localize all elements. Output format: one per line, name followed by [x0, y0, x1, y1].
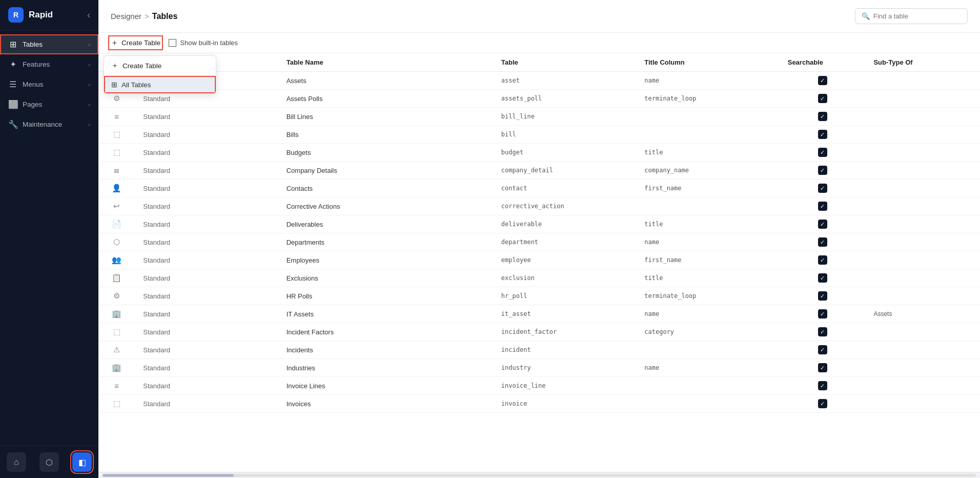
sidebar-item-menus[interactable]: ☰ Menus › [0, 74, 98, 94]
row-title-col [636, 341, 779, 359]
row-icon-cell: ⚠ [98, 341, 135, 359]
main-content: Designer > Tables 🔍 ＋ Create Table Show … [98, 0, 980, 478]
row-name[interactable]: Invoices [278, 395, 493, 413]
row-name[interactable]: Invoice Lines [278, 377, 493, 395]
row-name[interactable]: IT Assets [278, 305, 493, 323]
row-name[interactable]: Exclusions [278, 269, 493, 287]
table-row[interactable]: 👥StandardEmployeesemployeefirst_name✓ [98, 251, 980, 269]
sidebar-item-maintenance[interactable]: 🔧 Maintenance › [0, 114, 98, 134]
table-row[interactable]: ⬚StandardIncident Factorsincident_factor… [98, 323, 980, 341]
row-name[interactable]: Corrective Actions [278, 197, 493, 215]
col-header-subtype[interactable]: Sub-Type Of [865, 53, 980, 72]
sidebar-item-features[interactable]: ✦ Features › [0, 54, 98, 74]
table-row[interactable]: ↩StandardCorrective Actionscorrective_ac… [98, 197, 980, 215]
dropdown-header: ＋ Create Table [104, 56, 216, 76]
table-row[interactable]: ≡StandardBill Linesbill_line✓ [98, 108, 980, 126]
col-header-title-col[interactable]: Title Column [636, 53, 779, 72]
row-table-id: department [493, 233, 636, 251]
row-subtype [865, 144, 980, 162]
table-row[interactable]: 🏢StandardIT Assetsit_assetname✓Assets [98, 305, 980, 323]
table-row[interactable]: ≡StandardInvoice Linesinvoice_line✓ [98, 377, 980, 395]
row-type: Standard [135, 162, 278, 180]
row-subtype [865, 180, 980, 197]
table-row[interactable]: 👤StandardContactscontactfirst_name✓ [98, 180, 980, 197]
col-header-table[interactable]: Table [493, 53, 636, 72]
table-row[interactable]: ⬚StandardBillsbill✓ [98, 126, 980, 144]
dropdown-all-tables[interactable]: ⊞ All Tables ▶ [104, 76, 216, 93]
row-type: Standard [135, 126, 278, 144]
row-subtype [865, 162, 980, 180]
row-name[interactable]: Industries [278, 359, 493, 377]
row-name[interactable]: Company Details [278, 162, 493, 180]
searchable-checkbox-checked: ✓ [818, 94, 827, 103]
find-table-input[interactable] [873, 12, 961, 20]
table-row[interactable]: ⚙StandardHR Pollshr_pollterminate_loop✓ [98, 287, 980, 305]
designer-button[interactable]: ◧ [72, 452, 92, 472]
row-searchable: ✓ [780, 341, 866, 359]
row-name[interactable]: HR Polls [278, 287, 493, 305]
row-name[interactable]: Bill Lines [278, 108, 493, 126]
table-row[interactable]: ⬚StandardInvoicesinvoice✓ [98, 395, 980, 413]
sidebar-item-pages[interactable]: ⬜ Pages › [0, 94, 98, 114]
maintenance-icon: 🔧 [8, 120, 17, 129]
row-name[interactable]: Contacts [278, 180, 493, 197]
row-name[interactable]: Incident Factors [278, 323, 493, 341]
create-table-dropdown: ＋ Create Table ⊞ All Tables ▶ [104, 55, 216, 94]
row-name[interactable]: Bills [278, 126, 493, 144]
row-name[interactable]: Departments [278, 233, 493, 251]
row-name[interactable]: Incidents [278, 341, 493, 359]
show-built-in-checkbox[interactable] [169, 39, 176, 47]
row-searchable: ✓ [780, 72, 866, 90]
scroll-thumb[interactable] [103, 474, 234, 477]
home-button[interactable]: ⌂ [7, 452, 26, 472]
breadcrumb-designer[interactable]: Designer [111, 12, 141, 21]
features-icon: ✦ [8, 59, 17, 69]
col-header-searchable[interactable]: Searchable [780, 53, 866, 72]
searchable-checkbox-checked: ✓ [818, 381, 827, 390]
row-subtype [865, 108, 980, 126]
row-name[interactable]: Employees [278, 251, 493, 269]
row-name[interactable]: Assets Polls [278, 90, 493, 108]
row-icon-cell: 🏢 [98, 359, 135, 377]
row-type: Standard [135, 144, 278, 162]
breadcrumb-tables: Tables [152, 12, 178, 21]
find-table-input-wrapper[interactable]: 🔍 [855, 8, 968, 24]
row-name[interactable]: Budgets [278, 144, 493, 162]
row-type: Standard [135, 251, 278, 269]
row-table-id: deliverable [493, 215, 636, 233]
row-title-col [636, 377, 779, 395]
table-row[interactable]: 📋StandardExclusionsexclusiontitle✓ [98, 269, 980, 287]
col-header-name[interactable]: Table Name [278, 53, 493, 72]
show-built-in-label[interactable]: Show built-in tables [169, 39, 238, 47]
row-name[interactable]: Assets [278, 72, 493, 90]
row-name[interactable]: Deliverables [278, 215, 493, 233]
row-icon-cell: 📋 [98, 269, 135, 287]
table-row[interactable]: ⬜StandardAssetsassetname✓ [98, 72, 980, 90]
row-searchable: ✓ [780, 126, 866, 144]
table-row[interactable]: 📄StandardDeliverablesdeliverabletitle✓ [98, 215, 980, 233]
scroll-track[interactable] [103, 474, 976, 477]
sidebar-item-tables[interactable]: ⊞ Tables › [0, 34, 98, 54]
table-row[interactable]: ⬡StandardDepartmentsdepartmentname✓ [98, 233, 980, 251]
row-searchable: ✓ [780, 90, 866, 108]
searchable-checkbox-checked: ✓ [818, 202, 827, 211]
menus-arrow: › [88, 82, 90, 88]
table-row[interactable]: ⬚StandardBudgetsbudgettitle✓ [98, 144, 980, 162]
row-subtype [865, 215, 980, 233]
row-type: Standard [135, 180, 278, 197]
sidebar-collapse-button[interactable]: ‹ [87, 10, 90, 21]
table-row[interactable]: ⚙StandardAssets Pollsassets_pollterminat… [98, 90, 980, 108]
create-table-button[interactable]: ＋ Create Table [111, 38, 160, 48]
row-title-col: name [636, 305, 779, 323]
pages-arrow: › [88, 102, 90, 108]
searchable-checkbox-checked: ✓ [818, 166, 827, 175]
row-subtype [865, 72, 980, 90]
table-row[interactable]: ≣StandardCompany Detailscompany_detailco… [98, 162, 980, 180]
row-table-id: exclusion [493, 269, 636, 287]
table-row[interactable]: ⚠StandardIncidentsincident✓ [98, 341, 980, 359]
table-row[interactable]: 🏢StandardIndustriesindustryname✓ [98, 359, 980, 377]
row-searchable: ✓ [780, 108, 866, 126]
row-searchable: ✓ [780, 162, 866, 180]
network-button[interactable]: ⬡ [39, 452, 59, 472]
horizontal-scrollbar[interactable] [98, 472, 980, 478]
